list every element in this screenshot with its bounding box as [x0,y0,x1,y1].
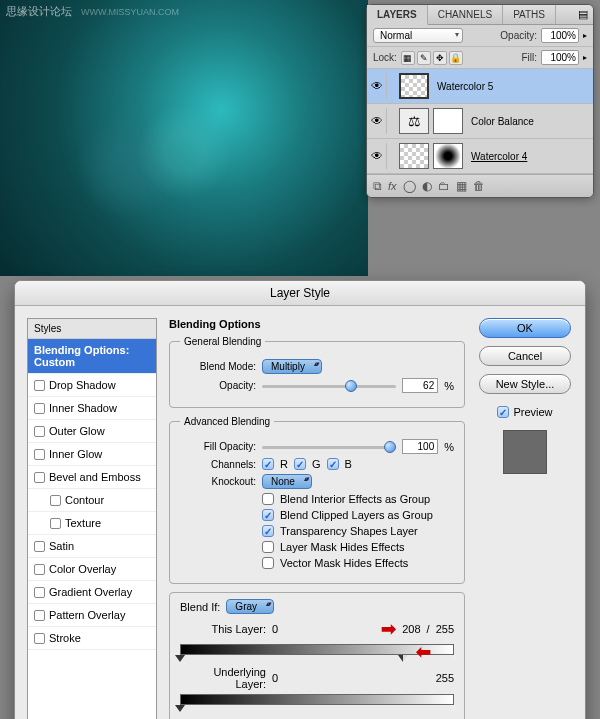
blend-clipped-checkbox[interactable] [262,509,274,521]
tab-paths[interactable]: PATHS [503,5,556,24]
preview-label: Preview [513,406,552,418]
tab-channels[interactable]: CHANNELS [428,5,503,24]
ok-button[interactable]: OK [479,318,571,338]
style-item-drop-shadow[interactable]: Drop Shadow [28,374,156,397]
dialog-title: Layer Style [15,281,585,306]
layers-panel: LAYERS CHANNELS PATHS ▤ Normal Opacity: … [366,4,594,198]
style-item-texture[interactable]: Texture [28,512,156,535]
layer-mask-hides-checkbox[interactable] [262,541,274,553]
watermark-url: WWW.MISSYUAN.COM [81,7,179,17]
opacity-flyout-icon[interactable]: ▸ [583,31,587,40]
checkbox[interactable] [34,587,45,598]
checkbox[interactable] [34,426,45,437]
transparency-shapes-checkbox[interactable] [262,525,274,537]
style-item-outer-glow[interactable]: Outer Glow [28,420,156,443]
cancel-button[interactable]: Cancel [479,346,571,366]
lock-all-icon[interactable]: 🔒 [449,51,463,65]
layer-mask-thumbnail[interactable] [433,108,463,134]
layer-row[interactable]: 👁 Watercolor 5 [367,69,593,104]
visibility-eye-icon[interactable]: 👁 [367,143,387,169]
checkbox[interactable] [50,495,61,506]
fill-opacity-label: Fill Opacity: [180,441,256,452]
fill-input[interactable]: 100% [541,50,579,65]
checkbox[interactable] [34,380,45,391]
styles-header[interactable]: Styles [28,319,156,339]
tab-layers[interactable]: LAYERS [367,5,428,25]
checkbox[interactable] [34,541,45,552]
fill-flyout-icon[interactable]: ▸ [583,53,587,62]
lock-paint-icon[interactable]: ✎ [417,51,431,65]
blend-mode-select[interactable]: Multiply [262,359,322,374]
lock-transparency-icon[interactable]: ▦ [401,51,415,65]
style-item-contour[interactable]: Contour [28,489,156,512]
layer-mask-icon[interactable]: ◯ [403,179,416,193]
style-item-blending-options[interactable]: Blending Options: Custom [28,339,156,374]
channel-b-checkbox[interactable] [327,458,339,470]
new-style-button[interactable]: New Style... [479,374,571,394]
layer-thumbnail[interactable] [399,73,429,99]
layer-list: 👁 Watercolor 5 👁 ⚖ Color Balance 👁 Water… [367,69,593,174]
layer-style-dialog: Layer Style Styles Blending Options: Cus… [14,280,586,719]
underlying-label: Underlying Layer: [180,666,266,690]
channel-g-checkbox[interactable] [294,458,306,470]
adjustment-thumbnail[interactable]: ⚖ [399,108,429,134]
under-black-value: 0 [272,672,278,684]
blend-if-select[interactable]: Gray [226,599,274,614]
vector-mask-hides-checkbox[interactable] [262,557,274,569]
group-icon[interactable]: 🗀 [438,179,450,193]
fill-opacity-input[interactable]: 100 [402,439,438,454]
style-item-stroke[interactable]: Stroke [28,627,156,650]
style-item-satin[interactable]: Satin [28,535,156,558]
panel-tabs: LAYERS CHANNELS PATHS ▤ [367,5,593,25]
checkbox[interactable] [34,564,45,575]
layer-mask-thumbnail[interactable] [433,143,463,169]
visibility-eye-icon[interactable]: 👁 [367,108,387,134]
panel-menu-icon[interactable]: ▤ [573,5,593,24]
adjustment-layer-icon[interactable]: ◐ [422,179,432,193]
preview-swatch [503,430,547,474]
style-item-inner-shadow[interactable]: Inner Shadow [28,397,156,420]
style-item-bevel-emboss[interactable]: Bevel and Emboss [28,466,156,489]
style-item-inner-glow[interactable]: Inner Glow [28,443,156,466]
layer-row[interactable]: 👁 ⚖ Color Balance [367,104,593,139]
style-item-color-overlay[interactable]: Color Overlay [28,558,156,581]
options-title: Blending Options [169,318,465,330]
style-item-pattern-overlay[interactable]: Pattern Overlay [28,604,156,627]
this-layer-slider[interactable]: ⬅ [180,644,454,662]
channel-r-checkbox[interactable] [262,458,274,470]
layer-name[interactable]: Color Balance [465,116,540,127]
blend-mode-select[interactable]: Normal [373,28,463,43]
knockout-select[interactable]: None [262,474,312,489]
checkbox[interactable] [34,403,45,414]
style-item-gradient-overlay[interactable]: Gradient Overlay [28,581,156,604]
layer-name[interactable]: Watercolor 4 [465,151,533,162]
blend-interior-checkbox[interactable] [262,493,274,505]
pct-label: % [444,380,454,392]
visibility-eye-icon[interactable]: 👁 [367,73,387,99]
dialog-buttons: OK Cancel New Style... Preview [477,318,573,719]
layer-name[interactable]: Watercolor 5 [431,81,499,92]
delete-layer-icon[interactable]: 🗑 [473,179,485,193]
fill-opacity-slider[interactable] [262,440,396,454]
opacity-input[interactable]: 100% [541,28,579,43]
this-white-b-value: 255 [436,623,454,635]
checkbox[interactable] [34,472,45,483]
checkbox[interactable] [50,518,61,529]
layer-row[interactable]: 👁 Watercolor 4 [367,139,593,174]
general-legend: General Blending [180,336,265,347]
canvas-preview [0,0,368,276]
checkbox[interactable] [34,610,45,621]
checkbox[interactable] [34,633,45,644]
fill-label: Fill: [521,52,537,63]
opacity-input[interactable]: 62 [402,378,438,393]
preview-checkbox[interactable] [497,406,509,418]
layer-thumbnail[interactable] [399,143,429,169]
knockout-label: Knockout: [180,476,256,487]
lock-position-icon[interactable]: ✥ [433,51,447,65]
new-layer-icon[interactable]: ▦ [456,179,467,193]
underlying-layer-slider[interactable] [180,694,454,712]
opacity-slider[interactable] [262,379,396,393]
checkbox[interactable] [34,449,45,460]
fx-icon[interactable]: fx [388,179,397,193]
link-layers-icon[interactable]: ⧉ [373,179,382,193]
